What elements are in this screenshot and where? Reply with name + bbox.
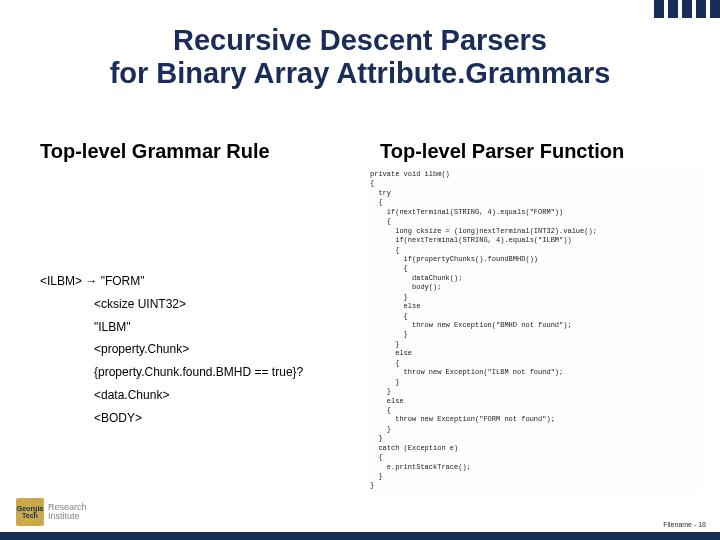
- grammar-rule-block: <ILBM> → "FORM" <cksize UINT32> "ILBM" <…: [40, 270, 303, 430]
- parser-code-block: private void ilbm() { try { if(nextTermi…: [370, 170, 700, 491]
- decorative-top-bars: [650, 0, 720, 18]
- grammar-line-1: <ILBM> → "FORM": [40, 270, 303, 293]
- footer-page-label: Filename - 18: [663, 521, 706, 528]
- title-line-2: for Binary Array Attribute.Grammars: [110, 57, 611, 89]
- grammar-line-7: <BODY>: [94, 407, 303, 430]
- grammar-line-3: "ILBM": [94, 316, 303, 339]
- grammar-line-2: <cksize UINT32>: [94, 293, 303, 316]
- slide-title: Recursive Descent Parsers for Binary Arr…: [0, 24, 720, 91]
- georgia-tech-logo: Georgia Tech Research Institute: [16, 498, 87, 526]
- grammar-line-5: {property.Chunk.found.BMHD == true}?: [94, 361, 303, 384]
- grammar-line-4: <property.Chunk>: [94, 338, 303, 361]
- logo-line-2: Tech: [22, 512, 38, 519]
- grammar-line-6: <data.Chunk>: [94, 384, 303, 407]
- logo-badge: Georgia Tech: [16, 498, 44, 526]
- logo-line-1: Georgia: [17, 505, 43, 512]
- decorative-bottom-bar: [0, 532, 720, 540]
- logo-institute-text: Research Institute: [48, 503, 87, 521]
- right-section-heading: Top-level Parser Function: [380, 140, 624, 163]
- left-section-heading: Top-level Grammar Rule: [40, 140, 270, 163]
- title-line-1: Recursive Descent Parsers: [173, 24, 547, 56]
